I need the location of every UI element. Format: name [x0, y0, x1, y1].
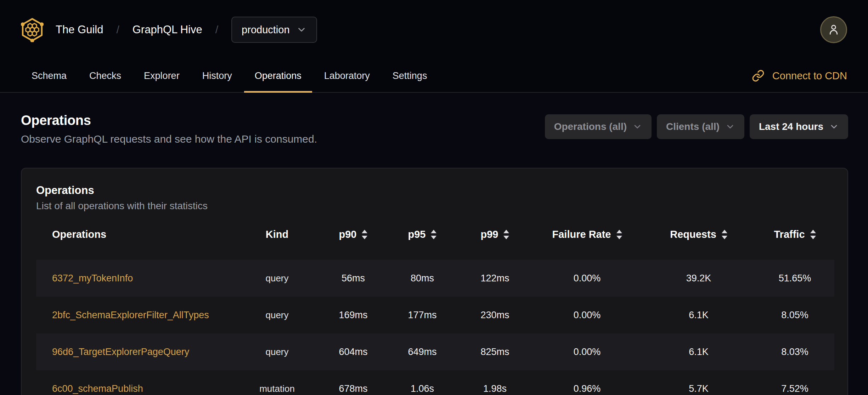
- operation-link[interactable]: 6372_myTokenInfo: [52, 273, 133, 284]
- operation-link[interactable]: 96d6_TargetExplorerPageQuery: [52, 347, 189, 357]
- column-header-traffic[interactable]: Traffic: [755, 227, 834, 260]
- cell-operation: 2bfc_SchemaExplorerFilter_AllTypes: [36, 297, 235, 333]
- tab-schema[interactable]: Schema: [21, 59, 77, 92]
- column-header-kind: Kind: [235, 227, 320, 260]
- link-icon: [752, 69, 765, 82]
- cell-traffic: 8.05%: [755, 297, 834, 333]
- user-avatar-button[interactable]: [820, 16, 847, 43]
- period-filter-dropdown[interactable]: Last 24 hours: [750, 114, 848, 139]
- sort-arrows-icon[interactable]: [722, 230, 727, 239]
- tab-laboratory[interactable]: Laboratory: [314, 59, 381, 92]
- cell-p90: 678ms: [320, 370, 387, 395]
- operations-filter-dropdown[interactable]: Operations (all): [545, 114, 652, 139]
- cell-requests: 6.1K: [642, 297, 755, 333]
- cell-failure_rate: 0.00%: [532, 333, 642, 370]
- brand-row: The Guild / GraphQL Hive / production: [0, 0, 868, 59]
- main-navigation: SchemaChecksExplorerHistoryOperationsLab…: [0, 59, 868, 93]
- table-row: 6372_myTokenInfoquery56ms80ms122ms0.00%3…: [36, 260, 834, 297]
- column-header-p95[interactable]: p95: [387, 227, 458, 260]
- cell-p95: 649ms: [387, 333, 458, 370]
- top-bar: The Guild / GraphQL Hive / production Sc…: [0, 0, 868, 93]
- clients-filter-dropdown[interactable]: Clients (all): [657, 114, 744, 139]
- chevron-down-icon: [725, 122, 735, 132]
- cell-requests: 6.1K: [642, 333, 755, 370]
- page-subtitle: Observe GraphQL requests and see how the…: [21, 133, 317, 145]
- cell-operation: 96d6_TargetExplorerPageQuery: [36, 333, 235, 370]
- column-header-p90[interactable]: p90: [320, 227, 387, 260]
- column-label: Kind: [266, 229, 288, 240]
- cell-kind: query: [235, 297, 320, 333]
- column-label: p99: [481, 229, 498, 240]
- sort-arrows-icon[interactable]: [810, 230, 816, 239]
- chevron-down-icon: [632, 122, 642, 132]
- cell-failure_rate: 0.00%: [532, 260, 642, 297]
- breadcrumb-project[interactable]: GraphQL Hive: [133, 23, 202, 36]
- hive-logo-icon[interactable]: [21, 17, 44, 42]
- sort-arrows-icon[interactable]: [616, 230, 622, 239]
- clients-filter-label: Clients (all): [666, 121, 720, 132]
- tab-explorer[interactable]: Explorer: [133, 59, 190, 92]
- operation-link[interactable]: 2bfc_SchemaExplorerFilter_AllTypes: [52, 310, 209, 320]
- page-title: Operations: [21, 113, 317, 127]
- breadcrumb-separator: /: [215, 24, 218, 36]
- connect-to-cdn-link[interactable]: Connect to CDN: [752, 59, 847, 92]
- cell-traffic: 7.52%: [755, 370, 834, 395]
- chevron-down-icon: [829, 122, 839, 132]
- tab-checks[interactable]: Checks: [79, 59, 132, 92]
- user-icon: [827, 23, 840, 37]
- cell-traffic: 51.65%: [755, 260, 834, 297]
- sort-arrows-icon[interactable]: [503, 230, 509, 239]
- card-subtitle: List of all operations with their statis…: [36, 200, 832, 212]
- sort-arrows-icon[interactable]: [362, 230, 367, 239]
- page-header: Operations Observe GraphQL requests and …: [0, 93, 868, 145]
- cell-p99: 1.98s: [458, 370, 532, 395]
- cell-p95: 177ms: [387, 297, 458, 333]
- tab-operations[interactable]: Operations: [244, 59, 312, 92]
- cell-p90: 56ms: [320, 260, 387, 297]
- cell-p90: 169ms: [320, 297, 387, 333]
- cell-p95: 80ms: [387, 260, 458, 297]
- column-label: p95: [408, 229, 426, 240]
- sort-arrows-icon[interactable]: [431, 230, 436, 239]
- cell-operation: 6c00_schemaPublish: [36, 370, 235, 395]
- column-label: p90: [339, 229, 357, 240]
- table-body: 6372_myTokenInfoquery56ms80ms122ms0.00%3…: [36, 260, 834, 395]
- cell-p99: 825ms: [458, 333, 532, 370]
- column-label: Failure Rate: [552, 229, 611, 240]
- column-header-operations: Operations: [36, 227, 235, 260]
- table-row: 2bfc_SchemaExplorerFilter_AllTypesquery1…: [36, 297, 834, 333]
- column-label: Operations: [52, 229, 106, 240]
- target-selector-dropdown[interactable]: production: [231, 17, 317, 43]
- cell-p90: 604ms: [320, 333, 387, 370]
- period-filter-label: Last 24 hours: [759, 121, 823, 132]
- filter-bar: Operations (all) Clients (all) Last 24 h…: [545, 114, 848, 139]
- cell-p99: 230ms: [458, 297, 532, 333]
- column-label: Requests: [670, 229, 716, 240]
- cell-failure_rate: 0.00%: [532, 297, 642, 333]
- cell-p99: 122ms: [458, 260, 532, 297]
- card-title: Operations: [36, 184, 832, 197]
- cell-kind: query: [235, 260, 320, 297]
- cell-p95: 1.06s: [387, 370, 458, 395]
- breadcrumb-separator: /: [116, 24, 119, 36]
- column-header-requests[interactable]: Requests: [642, 227, 755, 260]
- connect-to-cdn-label: Connect to CDN: [772, 70, 847, 82]
- table-row: 6c00_schemaPublishmutation678ms1.06s1.98…: [36, 370, 834, 395]
- tab-settings[interactable]: Settings: [382, 59, 438, 92]
- cell-requests: 5.7K: [642, 370, 755, 395]
- nav-spacer: [438, 59, 751, 92]
- cell-failure_rate: 0.96%: [532, 370, 642, 395]
- cell-requests: 39.2K: [642, 260, 755, 297]
- table-row: 96d6_TargetExplorerPageQueryquery604ms64…: [36, 333, 834, 370]
- column-header-failure-rate[interactable]: Failure Rate: [532, 227, 642, 260]
- page-title-block: Operations Observe GraphQL requests and …: [21, 113, 317, 145]
- tab-history[interactable]: History: [192, 59, 243, 92]
- operations-table: OperationsKindp90p95p99Failure RateReque…: [36, 227, 834, 395]
- table-header-row: OperationsKindp90p95p99Failure RateReque…: [36, 227, 834, 260]
- breadcrumb-org[interactable]: The Guild: [56, 23, 103, 36]
- operation-link[interactable]: 6c00_schemaPublish: [52, 383, 143, 394]
- nav-tabs: SchemaChecksExplorerHistoryOperationsLab…: [21, 59, 438, 92]
- cell-traffic: 8.03%: [755, 333, 834, 370]
- column-label: Traffic: [774, 229, 805, 240]
- column-header-p99[interactable]: p99: [458, 227, 532, 260]
